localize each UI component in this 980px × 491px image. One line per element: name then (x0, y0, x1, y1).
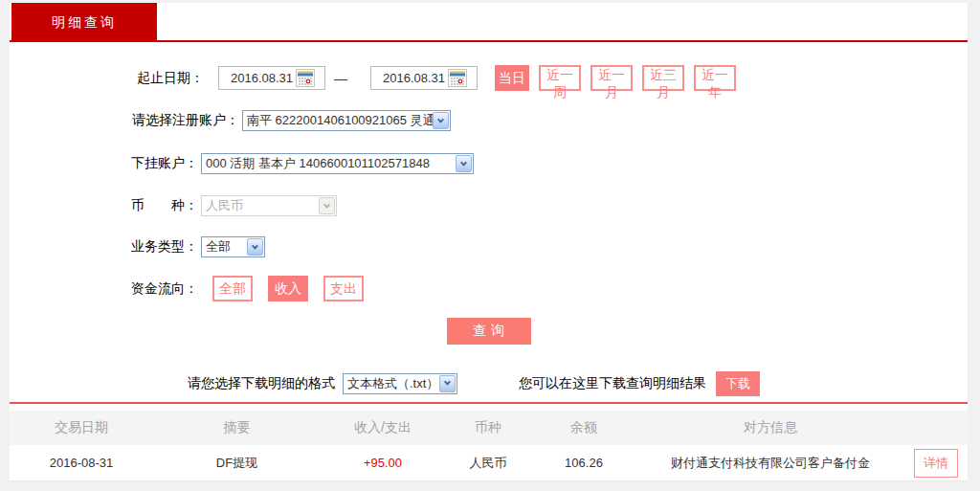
quick-month-button[interactable]: 近一月 (590, 65, 633, 91)
date-separator: — (334, 71, 347, 86)
fund-flow-all-button[interactable]: 全部 (212, 276, 253, 301)
registered-account-row: 请选择注册账户： 南平 6222001406100921065 灵通卡 (10, 109, 968, 132)
cell-currency: 人民币 (445, 455, 531, 472)
sub-account-select[interactable]: 000 活期 基本户 1406600101102571848 (201, 153, 474, 174)
chevron-down-icon[interactable] (247, 238, 263, 256)
query-button[interactable]: 查询 (447, 318, 531, 345)
registered-account-select[interactable]: 南平 6222001406100921065 灵通卡 (242, 110, 451, 131)
col-header-summary: 摘要 (153, 419, 321, 436)
fund-flow-expense-button[interactable]: 支出 (323, 276, 364, 301)
red-separator (10, 402, 968, 404)
date-range-row: 起止日期： — (10, 65, 968, 91)
download-button[interactable]: 下载 (716, 371, 760, 396)
col-header-date: 交易日期 (10, 419, 153, 436)
query-row: 查询 (10, 318, 968, 345)
tab-bar: 明细查询 (10, 3, 968, 42)
quick-today-button[interactable]: 当日 (495, 65, 529, 91)
detail-button[interactable]: 详情 (914, 449, 958, 478)
chevron-down-icon[interactable] (456, 155, 472, 172)
start-date-input[interactable] (219, 71, 296, 85)
fund-flow-label: 资金流向： (10, 280, 198, 298)
col-header-amount: 收入/支出 (321, 419, 445, 436)
currency-select: 人民币 (201, 195, 337, 216)
cell-date: 2016-08-31 (10, 456, 153, 470)
calendar-icon[interactable] (448, 69, 467, 87)
download-format-label: 请您选择下载明细的格式 (188, 375, 335, 392)
business-type-row: 业务类型： 全部 (10, 236, 968, 257)
download-format-select[interactable]: 文本格式（.txt） (343, 373, 457, 394)
currency-value: 人民币 (202, 197, 319, 214)
detail-query-panel: 明细查询 起止日期： (10, 3, 968, 481)
fund-flow-row: 资金流向： 全部 收入 支出 (10, 276, 968, 301)
table-header: 交易日期 摘要 收入/支出 币种 余额 对方信息 (10, 411, 968, 445)
calendar-icon[interactable] (296, 69, 315, 87)
start-date-field[interactable] (218, 66, 325, 90)
chevron-down-icon[interactable] (439, 375, 456, 392)
download-hint: 您可以在这里下载查询明细结果 (519, 375, 706, 392)
business-type-label: 业务类型： (10, 238, 198, 256)
end-date-field[interactable] (370, 66, 478, 90)
chevron-down-icon (319, 197, 335, 214)
business-type-select[interactable]: 全部 (201, 236, 265, 257)
date-range-label: 起止日期： (10, 70, 204, 87)
download-row: 请您选择下载明细的格式 文本格式（.txt） 您可以在这里下载查询明细结果 下载 (188, 370, 968, 396)
download-format-value: 文本格式（.txt） (344, 375, 439, 392)
cell-counterparty: 财付通支付科技有限公司客户备付金 (636, 455, 904, 472)
col-header-counterparty: 对方信息 (636, 419, 904, 436)
business-type-value: 全部 (202, 238, 247, 256)
cell-summary: DF提现 (153, 455, 321, 472)
quick-week-button[interactable]: 近一周 (539, 65, 581, 91)
col-header-currency: 币种 (445, 419, 531, 436)
currency-label: 币 种： (10, 197, 198, 214)
fund-flow-income-button[interactable]: 收入 (268, 276, 308, 301)
col-header-balance: 余额 (531, 419, 636, 436)
sub-account-value: 000 活期 基本户 1406600101102571848 (202, 155, 456, 172)
registered-account-label: 请选择注册账户： (10, 112, 239, 129)
cell-balance: 106.26 (531, 456, 636, 470)
sub-account-row: 下挂账户： 000 活期 基本户 1406600101102571848 (10, 152, 968, 175)
chevron-down-icon[interactable] (433, 112, 449, 129)
sub-account-label: 下挂账户： (10, 155, 198, 172)
currency-row: 币 种： 人民币 (10, 195, 968, 216)
page: 明细查询 起止日期： (0, 0, 980, 491)
cell-amount: +95.00 (321, 456, 445, 470)
table-row: 2016-08-31 DF提现 +95.00 人民币 106.26 财付通支付科… (10, 445, 968, 481)
quick-3months-button[interactable]: 近三月 (642, 65, 684, 91)
end-date-input[interactable] (371, 71, 448, 85)
quick-year-button[interactable]: 近一年 (694, 65, 736, 91)
tab-detail-query[interactable]: 明细查询 (11, 3, 157, 42)
registered-account-value: 南平 6222001406100921065 灵通卡 (243, 112, 433, 129)
